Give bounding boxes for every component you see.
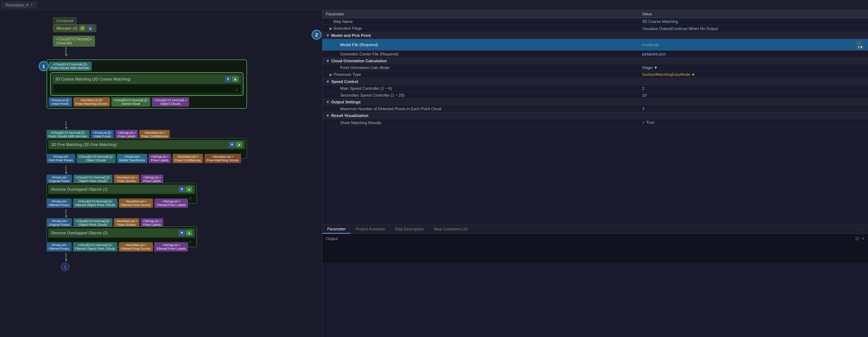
procedure-panel[interactable]: 1 2 Unnamed Allocator (3) ▼ ▲ <Cloud(XYZ… [0,10,322,337]
step1-down-btn[interactable]: ▼ [225,76,231,82]
cloud-unnamed-port: <Cloud(XYZ-Normal)>Unnamed [53,36,95,47]
step1-node[interactable]: 3D Coarse Matching (3D Coarse Matching) … [50,72,243,96]
step3-controls: ▼ ▲ [179,186,192,192]
table-row[interactable]: ▼Speed Control [322,78,868,85]
port-filtered-scores1[interactable]: <NumberList->Filtered Pose Scores [119,199,153,208]
step1-up-btn[interactable]: ▲ [232,76,238,82]
param-value: Origin ▼ [642,65,657,70]
procedure-tab[interactable]: Procedure_4 × [1,1,37,9]
col-actions [853,10,868,18]
expand-icon: ▼ [326,79,330,84]
port-matching-scores[interactable]: <NumberList []>Pose Matching Scores [73,97,110,107]
output-icons: ⊡ × [855,236,864,241]
port-filtered1[interactable]: <PoseList>Filtered Poses [47,199,72,208]
output-num-badge: 1 [61,263,69,271]
port-filtered-labels1[interactable]: <StringList->Filtered Pose Labels [154,199,188,208]
procedure-canvas: 1 2 Unnamed Allocator (3) ▼ ▲ <Cloud(XYZ… [0,10,304,325]
table-row[interactable]: ▼Output Settings [322,99,868,106]
main-content: 1 2 Unnamed Allocator (3) ▼ ▲ <Cloud(XYZ… [0,10,868,337]
param-value: 10 [642,93,646,97]
port-scene-cloud[interactable]: <Cloud(XYZ-Normal) []>Scene Cloud [111,97,150,107]
step4-controls: ▼ ▲ [179,230,192,236]
param-value: 3D Coarse Matching [642,19,678,24]
expand-icon: ▶ [329,72,332,77]
parameters-table: Parameter Value Step Name3D Coarse Match… [322,10,868,126]
arrow-down-1: ▼ [64,53,68,58]
table-row[interactable]: Show Matching Results✓ True [322,119,868,126]
step4-outputs: <PoseList>Filtered Poses <Cloud(XYZ-Norm… [47,242,188,251]
port-filtered-labels2[interactable]: <StringList->Filtered Pose Labels [154,242,188,251]
port-filtered-clouds1[interactable]: <Cloud(XYZ-Normal) []>Filtered Object Po… [73,199,117,208]
port-conf2[interactable]: <NumberList->Pose Confidences [173,154,203,163]
output-close-btn[interactable]: × [862,236,864,241]
tab-step-description[interactable]: Step Description [390,225,429,234]
param-value: pickpoint.json [642,52,666,56]
step2-controls: ▼ ▲ [229,142,242,147]
tab-title: Procedure_4 [6,3,28,7]
close-icon[interactable]: × [30,3,33,7]
port-filtered2[interactable]: <PoseList>Filtered Poses [47,242,72,251]
table-row[interactable]: Main Speed Controller (1 ~ 6)2 [322,85,868,92]
step2-down-btn[interactable]: ▼ [229,142,235,147]
badge-2: 2 [312,30,322,40]
bottom-tabs: Parameter Project Assistant Step Descrip… [322,225,868,263]
output-label: Output [326,236,338,241]
port-initial-poses[interactable]: <PoseList []>Initial Poses [49,97,72,107]
file-browse-btn[interactable]: ... [856,40,862,45]
table-row[interactable]: ▼Cloud Orientation Calculation [322,58,868,64]
table-row[interactable]: ▼Result Visualization [322,112,868,119]
port-pick-poses[interactable]: <PoseList>Pick Point Poses [47,154,75,163]
allocator-down-btn[interactable]: ▼ [79,26,85,31]
step1-output-ports: <PoseList []>Initial Poses <NumberList [… [49,97,245,107]
param-value: 3 [642,107,644,111]
step2-up-btn[interactable]: ▲ [236,142,242,147]
step4-down-btn[interactable]: ▼ [179,230,185,236]
allocator-up-btn[interactable]: ▲ [87,26,93,31]
table-row[interactable]: Geometric Center File (Required)pickpoin… [322,51,868,58]
step3-up-btn[interactable]: ▲ [186,186,192,192]
port-filtered-clouds2[interactable]: <Cloud(XYZ-Normal) []>Filtered Object Po… [73,242,117,251]
tab-parameter[interactable]: Parameter [322,225,351,234]
output-panel: Output ⊡ × [322,234,868,263]
output-maximize-btn[interactable]: ⊡ [855,236,859,241]
arrow-down-5: ▼ [64,258,68,263]
tab-bar: Procedure_4 × [0,0,868,10]
expand-icon: ▼ [326,113,330,118]
step4-header: Remove Overlapped Objects (2) ▼ ▲ [48,228,195,238]
allocator-node: Allocator (3) ▼ ▲ [53,24,96,32]
step4-up-btn[interactable]: ▲ [186,230,192,236]
port-filtered-scores2[interactable]: <NumberList->Filtered Pose Scores [119,242,153,251]
table-row[interactable]: ▼Model and Pick Point [322,32,868,39]
tab-project-assistant[interactable]: Project Assistant [351,225,390,234]
param-value: 2 [642,86,644,91]
tab-step-comment[interactable]: Step Comment List [429,225,472,234]
table-row[interactable]: Step Name3D Coarse Matching [322,18,868,25]
table-row[interactable]: ▶Execution FlagsVisualize Output|Continu… [322,25,868,32]
step1-input-ports: <Cloud(XYZ-Normal) []>Point Clouds With … [49,62,245,71]
col-parameter: Parameter [322,10,638,18]
step1-content: ↙ [53,85,240,93]
port-match-scores2[interactable]: <NumberList->Pose Matching Scores [204,154,241,163]
file-extra-btn[interactable]: S▼ [856,45,864,49]
right-panel: Parameter Value Step Name3D Coarse Match… [322,10,868,337]
port-labels2[interactable]: <StringList->Pose Labels [149,154,171,163]
step3-down-btn[interactable]: ▼ [179,186,185,192]
port-model-transforms[interactable]: <PoseList>Model Transforms [117,154,147,163]
port-cloud-normals[interactable]: <Cloud(XYZ-Normal) []>Point Clouds With … [49,62,92,71]
expand-icon: ▶ [329,26,332,30]
table-row[interactable]: Maximum Number of Detected Poses in Each… [322,106,868,112]
step1-icon: ↙ [235,88,238,92]
table-row[interactable]: ▶Processor TypeSurfaceMatchingEasyMode ★ [322,71,868,78]
step2-header: 3D Fine Matching (3D Fine Matching) ▼ ▲ [48,140,245,149]
table-row[interactable]: Model File (Required)model.ply...S▼ [322,39,868,51]
table-row[interactable]: Point Orientation Calc ModeOrigin ▼ [322,64,868,71]
step3-header: Remove Overlapped Objects (1) ▼ ▲ [48,185,195,194]
port-obj-clouds2[interactable]: <Cloud(XYZ-Normal) []>Object Clouds [77,154,116,163]
step2-outputs: <PoseList>Pick Point Poses <Cloud(XYZ-No… [47,154,241,163]
expand-icon: ▼ [326,100,330,104]
port-object-clouds[interactable]: <Cloud(XYZ-Normal)->Object Clouds [152,97,189,107]
param-table[interactable]: Parameter Value Step Name3D Coarse Match… [322,10,868,225]
table-row[interactable]: Secondary Speed Controller (1 ~ 20)10 [322,92,868,99]
output-header: Output ⊡ × [326,236,864,241]
param-value: SurfaceMatchingEasyMode ★ [642,72,695,77]
